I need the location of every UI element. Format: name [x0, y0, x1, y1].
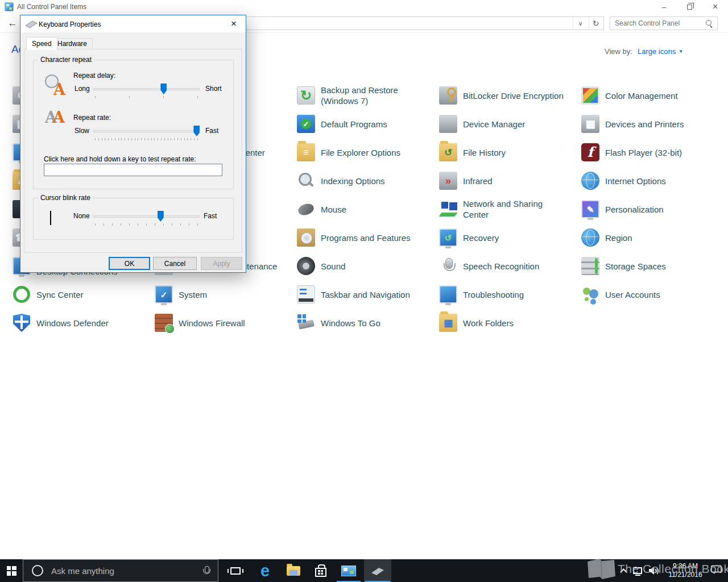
sound-icon: [297, 257, 315, 275]
bitlocker-item[interactable]: BitLocker Drive Encryption: [438, 81, 580, 110]
infrared-icon: »: [439, 172, 457, 190]
mouse-item[interactable]: Mouse: [296, 195, 438, 223]
item-label: Backup and Restore (Windows 7): [321, 81, 407, 110]
network-sharing-item[interactable]: Network and Sharing Center: [438, 195, 580, 223]
windows-firewall-icon: [155, 314, 173, 332]
apply-button[interactable]: Apply: [201, 257, 242, 270]
troubleshooting-item[interactable]: Troubleshooting: [438, 280, 580, 309]
repeat-delay-slider-thumb[interactable]: [160, 84, 167, 94]
item-label: Color Management: [605, 81, 720, 110]
work-folders-item[interactable]: ▦ Work Folders: [438, 309, 580, 337]
close-button[interactable]: ×: [702, 0, 728, 14]
repeat-rate-slider-thumb[interactable]: [193, 126, 200, 136]
item-label: Infrared: [463, 167, 578, 195]
repeat-rate-icon: [45, 112, 65, 129]
keyboard-taskbar-button[interactable]: [364, 559, 391, 582]
programs-features-item[interactable]: Programs and Features: [296, 223, 438, 252]
region-icon: [581, 228, 599, 247]
back-button[interactable]: ←: [6, 16, 19, 30]
taskbar-navigation-item[interactable]: Taskbar and Navigation: [296, 280, 438, 309]
item-label: Programs and Features: [321, 223, 436, 252]
system-item[interactable]: ✓ System: [154, 280, 296, 309]
minimize-button[interactable]: –: [651, 0, 677, 14]
restore-icon: [687, 5, 692, 10]
search-input[interactable]: [610, 17, 702, 30]
windows-defender-item[interactable]: Windows Defender: [11, 309, 154, 337]
microphone-icon[interactable]: [203, 566, 210, 576]
cortana-search: [23, 559, 218, 582]
internet-options-item[interactable]: Internet Options: [580, 167, 722, 195]
item-label: Mouse: [321, 195, 436, 223]
cursor-blink-slider[interactable]: [93, 211, 200, 222]
control-panel-icon: [341, 566, 356, 576]
item-label: Indexing Options: [321, 167, 436, 195]
internet-options-icon: [581, 172, 599, 190]
view-by-dropdown[interactable]: Large icons ▼: [638, 47, 683, 56]
system-tray: 9:36 AM 11/21/2016: [614, 559, 728, 582]
tab-hardware[interactable]: Hardware: [52, 38, 93, 49]
file-explorer-options-icon: ≡: [297, 143, 315, 161]
infrared-item[interactable]: » Infrared: [438, 167, 580, 195]
cortana-search-input[interactable]: [51, 566, 203, 576]
item-label: Default Programs: [321, 110, 436, 138]
file-history-item[interactable]: ↺ File History: [438, 138, 580, 167]
storage-spaces-item[interactable]: Storage Spaces: [580, 252, 722, 280]
indexing-options-item[interactable]: Indexing Options: [296, 167, 438, 195]
network-icon[interactable]: [633, 567, 642, 574]
backup-restore-icon: ↻: [297, 86, 315, 105]
default-programs-item[interactable]: ✓ Default Programs: [296, 110, 438, 138]
cursor-blink-slider-thumb[interactable]: [158, 211, 164, 222]
search-icon[interactable]: [706, 20, 713, 27]
address-dropdown-chevron-icon[interactable]: ∨: [573, 17, 588, 30]
repeat-rate-slider[interactable]: [93, 126, 200, 137]
work-folders-icon: ▦: [439, 314, 457, 332]
file-explorer-options-item[interactable]: ≡ File Explorer Options: [296, 138, 438, 167]
speech-recognition-item[interactable]: Speech Recognition: [438, 252, 580, 280]
edge-button[interactable]: e: [253, 559, 278, 582]
search-box: [610, 16, 718, 30]
recovery-item[interactable]: ↺ Recovery: [438, 223, 580, 252]
file-explorer-button[interactable]: [281, 559, 306, 582]
window-titlebar: All Control Panel Items – ×: [0, 0, 728, 14]
devices-printers-item[interactable]: ▦ Devices and Printers: [580, 110, 722, 138]
volume-icon[interactable]: [649, 567, 660, 575]
refresh-icon[interactable]: ↻: [589, 17, 602, 30]
backup-restore-item[interactable]: ↻ Backup and Restore (Windows 7): [296, 81, 438, 110]
restore-button[interactable]: [677, 0, 702, 14]
indexing-options-icon: [297, 172, 315, 190]
action-center-icon[interactable]: [711, 565, 722, 577]
system-icon: ✓: [155, 285, 173, 304]
device-manager-item[interactable]: Device Manager: [438, 110, 580, 138]
color-management-item[interactable]: Color Management: [580, 81, 722, 110]
item-label: Personalization: [605, 195, 720, 223]
cancel-button[interactable]: Cancel: [153, 257, 197, 270]
test-repeat-rate-label: Click here and hold down a key to test r…: [44, 155, 196, 163]
sound-item[interactable]: Sound: [296, 252, 438, 280]
task-view-button[interactable]: [223, 559, 248, 582]
tab-speed[interactable]: Speed: [26, 37, 57, 50]
repeat-delay-slider[interactable]: [93, 84, 200, 95]
repeat-rate-test-input[interactable]: [44, 164, 222, 176]
store-button[interactable]: [308, 559, 333, 582]
tray-chevron-icon[interactable]: [621, 567, 626, 575]
windows-defender-icon: [13, 314, 31, 332]
region-item[interactable]: Region: [580, 223, 722, 252]
mouse-icon: [297, 200, 315, 218]
flash-player-item[interactable]: f Flash Player (32-bit): [580, 138, 722, 167]
view-by-label: View by:: [605, 47, 632, 56]
file-explorer-icon: [287, 566, 300, 576]
cortana-icon: [32, 565, 43, 576]
store-icon: [315, 568, 326, 577]
personalization-item[interactable]: ✎ Personalization: [580, 195, 722, 223]
clock[interactable]: 9:36 AM 11/21/2016: [667, 562, 704, 579]
sync-center-item[interactable]: Sync Center: [11, 280, 154, 309]
dialog-close-icon[interactable]: ×: [228, 18, 240, 30]
sync-center-icon: [13, 285, 31, 304]
start-button[interactable]: [0, 559, 23, 582]
windows-to-go-item[interactable]: Windows To Go: [296, 309, 438, 337]
windows-firewall-item[interactable]: Windows Firewall: [154, 309, 296, 337]
control-panel-taskbar-button[interactable]: [336, 559, 362, 582]
ok-button[interactable]: OK: [109, 257, 150, 270]
user-accounts-item[interactable]: User Accounts: [580, 280, 722, 309]
repeat-delay-label: Repeat delay:: [73, 72, 115, 80]
